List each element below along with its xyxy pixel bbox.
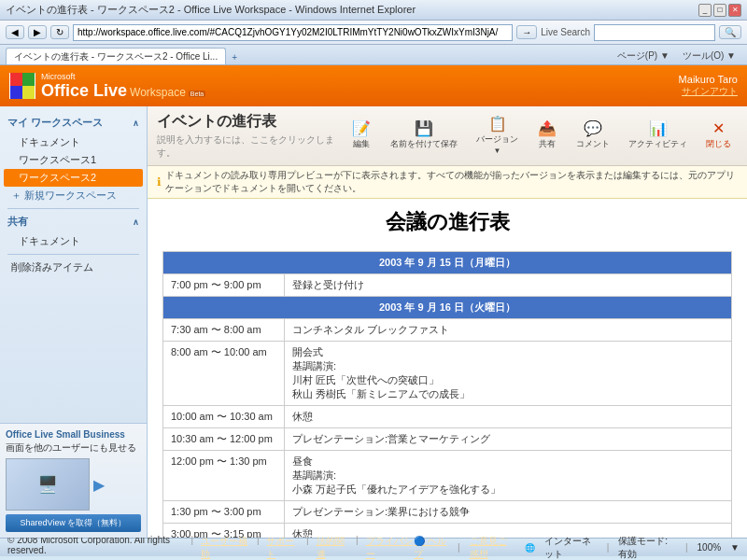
logo-cell-green <box>22 73 35 86</box>
sharedview-button[interactable]: SharedView を取得（無料） <box>6 514 141 532</box>
status-right: 🔵 ヘルプ | ご意見ご感想 🌐 インターネット | 保護モード: 有効 | 1… <box>414 535 740 561</box>
edit-icon: 📝 <box>352 119 371 137</box>
search-input[interactable] <box>594 24 715 41</box>
app-header: Microsoft Office Live Workspace Beta Mai… <box>0 65 747 106</box>
ms-logo <box>9 73 35 99</box>
time-cell: 7:30 am 〜 8:00 am <box>163 319 285 342</box>
app-body: マイ ワークスペース ∧ ドキュメント ワークスペース1 ワークスペース2 ＋ … <box>0 106 747 538</box>
ad-image: 🖥️ <box>6 458 90 511</box>
comment-button[interactable]: 💬 コメント <box>570 117 616 153</box>
close-icon: ✕ <box>712 119 725 137</box>
time-cell: 12:00 pm 〜 1:30 pm <box>163 451 285 501</box>
logo-cell-yellow <box>22 86 35 99</box>
close-window-button[interactable]: ✕ <box>728 4 741 17</box>
address-bar: ◀ ▶ ↻ → Live Search 🔍 <box>0 21 747 45</box>
schedule-title: 会議の進行表 <box>162 208 732 236</box>
day2-header-row: 2003 年 9 月 16 日（火曜日） <box>163 297 732 319</box>
version-dropdown-icon: ▼ <box>494 147 501 155</box>
share-icon: 📤 <box>538 119 557 137</box>
time-cell: 7:00 pm 〜 9:00 pm <box>163 274 285 297</box>
logo-cell-red <box>10 73 22 86</box>
main-content: イベントの進行表 説明を入力するには、ここをクリックします。 📝 編集 💾 名前… <box>148 106 747 538</box>
sidebar-item-workspace1[interactable]: ワークスペース1 <box>4 151 143 169</box>
table-row: 8:00 am 〜 10:00 am 開会式 基調講演: 川村 匠氏「次世代への… <box>163 342 732 406</box>
internet-icon: 🌐 <box>525 543 535 553</box>
browser-title-bar: イベントの進行表 - ワークスペース2 - Office Live Worksp… <box>0 0 747 21</box>
day1-header-row: 2003 年 9 月 15 日（月曜日） <box>163 252 732 274</box>
time-cell: 8:00 am 〜 10:00 am <box>163 342 285 406</box>
activity-button[interactable]: 📊 アクティビティ <box>622 117 694 153</box>
time-cell: 1:30 pm 〜 3:00 pm <box>163 501 285 524</box>
event-cell: 昼食 基調講演: 小森 万起子氏「優れたアイデアを強化する」 <box>285 451 732 501</box>
doc-title: イベントの進行表 <box>157 112 337 132</box>
share-button[interactable]: 📤 共有 <box>530 117 564 153</box>
doc-view[interactable]: 会議の進行表 2003 年 9 月 15 日（月曜日） 7:00 pm 〜 9:… <box>148 199 747 538</box>
doc-subtitle: 説明を入力するには、ここをクリックします。 <box>157 133 337 160</box>
legal-link[interactable]: 法的関連 <box>317 535 349 561</box>
doc-toolbar: イベントの進行表 説明を入力するには、ここをクリックします。 📝 編集 💾 名前… <box>148 106 747 166</box>
minimize-button[interactable]: _ <box>698 4 712 17</box>
shared-header: 共有 ∧ <box>4 213 143 231</box>
comment-icon: 💬 <box>584 119 602 137</box>
close-button[interactable]: ✕ 閉じる <box>699 117 738 153</box>
table-row: 10:00 am 〜 10:30 am 休憩 <box>163 406 732 428</box>
table-row: 7:00 pm 〜 9:00 pm 登録と受け付け <box>163 274 732 297</box>
forward-button[interactable]: ▶ <box>28 25 47 39</box>
event-cell: 登録と受け付け <box>285 274 732 297</box>
url-input[interactable] <box>73 24 513 41</box>
sidebar-new-workspace[interactable]: ＋ 新規ワークスペース <box>4 187 143 204</box>
sidebar-divider-2 <box>7 254 139 255</box>
back-button[interactable]: ◀ <box>6 25 24 39</box>
internet-text: インターネット <box>544 535 598 561</box>
browser-title: イベントの進行表 - ワークスペース2 - Office Live Worksp… <box>6 3 416 17</box>
help-link[interactable]: 🔵 ヘルプ <box>414 535 448 561</box>
user-help-link[interactable]: ユーザー補助 <box>201 535 249 561</box>
sidebar-item-shared-documents[interactable]: ドキュメント <box>4 232 143 250</box>
sidebar-divider-1 <box>7 208 139 209</box>
logo-cell-blue <box>10 86 22 99</box>
event-cell: コンチネンタル ブレックファスト <box>285 319 732 342</box>
user-info: Maikuro Taro サインアウト <box>679 74 738 98</box>
table-row: 1:30 pm 〜 3:00 pm プレゼンテーション:業界における競争 <box>163 501 732 524</box>
maximize-button[interactable]: □ <box>713 4 726 17</box>
ad-subtitle: 画面を他のユーザーにも見せる <box>6 441 141 455</box>
window-controls: _ □ ✕ <box>698 4 741 17</box>
feedback-link[interactable]: ご意見ご感想 <box>470 535 515 561</box>
version-button[interactable]: 📋 バージョン ▼ <box>470 112 525 158</box>
search-label: Live Search <box>541 27 590 37</box>
support-link[interactable]: サポート <box>266 535 299 561</box>
event-cell: プレゼンテーション:営業とマーケティング <box>285 428 732 451</box>
go-button[interactable]: → <box>516 25 537 39</box>
info-icon: ℹ <box>157 175 162 189</box>
version-icon: 📋 <box>488 115 507 133</box>
toolbar-actions: 📝 編集 💾 名前を付けて保存 📋 バージョン ▼ 📤 共有 <box>345 112 738 158</box>
info-text: ドキュメントの読み取り専用プレビューが下に表示されます。すべての機能が揃ったバー… <box>165 169 738 195</box>
table-row: 10:30 am 〜 12:00 pm プレゼンテーション:営業とマーケティング <box>163 428 732 451</box>
sidebar-item-deleted[interactable]: 削除済みアイテム <box>4 259 143 276</box>
collapse-shared[interactable]: ∧ <box>133 217 139 227</box>
office-logo-text: Microsoft Office Live Workspace Beta <box>41 72 205 101</box>
tools-menu[interactable]: ツール(O) ▼ <box>677 48 741 64</box>
sidebar-item-documents[interactable]: ドキュメント <box>4 133 143 151</box>
new-tab-button[interactable]: + <box>228 50 241 64</box>
time-cell: 10:00 am 〜 10:30 am <box>163 406 285 428</box>
sidebar-item-workspace2[interactable]: ワークスペース2 <box>4 169 143 187</box>
save-as-button[interactable]: 💾 名前を付けて保存 <box>384 117 464 153</box>
signout-link[interactable]: サインアウト <box>679 85 738 98</box>
sidebar-ad: Office Live Small Business 画面を他のユーザーにも見せ… <box>0 423 147 538</box>
app-container: Microsoft Office Live Workspace Beta Mai… <box>0 65 747 538</box>
day1-header: 2003 年 9 月 15 日（月曜日） <box>163 252 732 274</box>
office-logo: Microsoft Office Live Workspace Beta <box>9 72 205 101</box>
refresh-button[interactable]: ↻ <box>50 25 69 39</box>
beta-badge: Beta <box>189 91 205 97</box>
collapse-my-workspace[interactable]: ∧ <box>133 119 139 128</box>
activity-icon: 📊 <box>649 119 668 137</box>
active-tab[interactable]: イベントの進行表 - ワークスペース2 - Office Li... <box>6 48 226 64</box>
browser-tabs: イベントの進行表 - ワークスペース2 - Office Li... + ページ… <box>0 45 747 65</box>
edit-button[interactable]: 📝 編集 <box>345 117 378 153</box>
zoom-dropdown-icon[interactable]: ▼ <box>730 542 740 553</box>
privacy-link[interactable]: プライバシー <box>366 535 415 561</box>
office-live-text: Office Live <box>41 81 127 101</box>
page-menu[interactable]: ページ(P) ▼ <box>612 48 675 64</box>
search-button[interactable]: 🔍 <box>719 25 741 39</box>
